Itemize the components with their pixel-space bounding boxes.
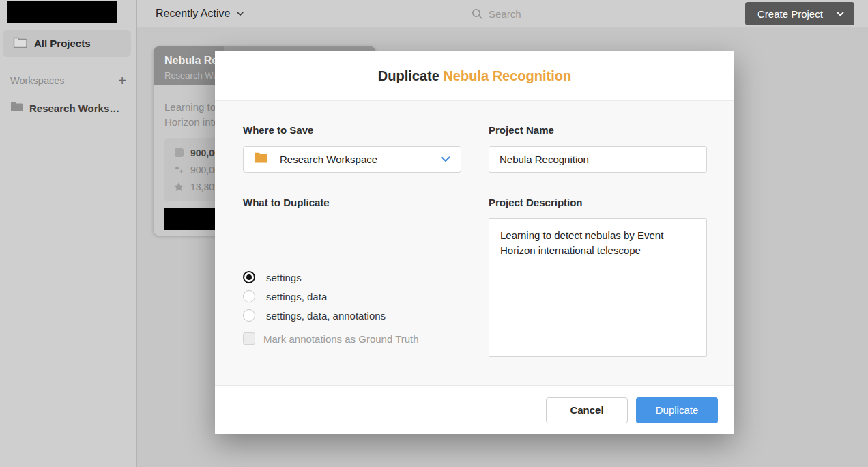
modal-header: Duplicate Nebula Recognition — [215, 51, 734, 101]
what-to-duplicate-label: What to Duplicate — [243, 197, 330, 208]
radio-button[interactable] — [243, 271, 255, 283]
project-description-textarea[interactable]: Learning to detect nebulas by Event Hori… — [489, 218, 707, 357]
chevron-down-icon — [837, 12, 844, 16]
modal-title-project-name: Nebula Recognition — [443, 68, 571, 83]
project-description-label: Project Description — [489, 197, 583, 208]
search-box — [472, 0, 611, 27]
project-name-label: Project Name — [489, 124, 554, 136]
duplicate-project-modal: Duplicate Nebula Recognition Where to Sa… — [215, 51, 734, 434]
folder-icon — [254, 152, 268, 167]
modal-footer: Cancel Duplicate — [215, 385, 734, 434]
radio-option-settings[interactable]: settings — [243, 268, 302, 287]
radio-option-settings-data[interactable]: settings, data — [243, 287, 327, 306]
sidebar-item-workspace[interactable]: Research Workspace — [10, 100, 133, 115]
cancel-button[interactable]: Cancel — [546, 397, 628, 423]
star-icon — [173, 182, 185, 192]
chevron-down-icon — [441, 156, 450, 162]
workspace-select-value: Research Workspace — [280, 154, 441, 165]
modal-title: Duplicate Nebula Recognition — [378, 68, 571, 84]
project-name-input[interactable] — [489, 146, 707, 173]
sparkles-icon — [173, 165, 185, 175]
search-input[interactable] — [489, 8, 611, 20]
topbar: Recently Active Create Project — [137, 0, 868, 27]
radio-button[interactable] — [243, 309, 255, 322]
radio-button[interactable] — [243, 290, 255, 302]
duplicate-button[interactable]: Duplicate — [636, 397, 718, 423]
sidebar: All Projects Workspaces + Research Works… — [0, 0, 137, 467]
modal-title-prefix: Duplicate — [378, 68, 444, 83]
chevron-down-icon — [236, 11, 244, 16]
folder-outline-icon — [12, 36, 27, 51]
redacted-logo-block — [7, 1, 117, 23]
workspace-item-label: Research Workspace — [29, 102, 124, 114]
sort-dropdown-label: Recently Active — [156, 8, 230, 20]
where-to-save-label: Where to Save — [243, 124, 313, 136]
create-project-label: Create Project — [757, 8, 823, 20]
sidebar-item-all-projects[interactable]: All Projects — [3, 30, 131, 57]
workspaces-section-header: Workspaces + — [10, 72, 126, 89]
radio-option-settings-data-annotations[interactable]: settings, data, annotations — [243, 306, 386, 325]
sort-dropdown[interactable]: Recently Active — [156, 0, 244, 27]
search-icon — [472, 8, 483, 20]
workspace-select[interactable]: Research Workspace — [243, 146, 461, 173]
create-project-button[interactable]: Create Project — [745, 2, 854, 25]
folder-icon — [10, 102, 23, 115]
ground-truth-checkbox — [243, 332, 255, 345]
workspaces-label: Workspaces — [10, 75, 65, 86]
ground-truth-label: Mark annotations as Ground Truth — [263, 333, 419, 345]
add-workspace-button[interactable]: + — [118, 74, 126, 87]
sidebar-item-label: All Projects — [34, 38, 91, 49]
square-icon — [173, 148, 185, 157]
ground-truth-option: Mark annotations as Ground Truth — [243, 329, 419, 348]
